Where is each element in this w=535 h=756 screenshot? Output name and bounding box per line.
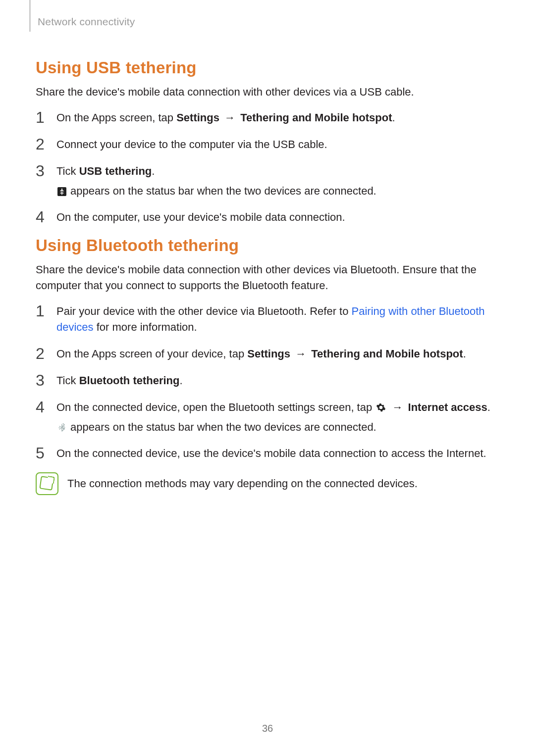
bt-step3-post: . [180,374,183,387]
usb-step1-pre: On the Apps screen, tap [56,111,176,124]
note: The connection methods may vary dependin… [36,472,499,495]
bt-step3-bold: Bluetooth tethering [79,374,180,387]
bt-step1-post: for more information. [94,321,197,333]
page-number: 36 [0,723,535,734]
usb-step1-arrow: → [219,111,240,124]
usb-steps: On the Apps screen, tap Settings → Tethe… [36,110,499,225]
bt-step4-pre: On the connected device, open the Blueto… [56,401,375,413]
usb-step3-post: . [152,165,155,177]
usb-heading: Using USB tethering [36,58,499,77]
usb-step-3: Tick USB tethering. appears on the statu… [36,163,499,199]
bt-step4-arrow: → [387,401,408,413]
bt-step-2: On the Apps screen of your device, tap S… [36,346,499,362]
bt-step2-bold1: Settings [247,348,290,360]
bt-step4-post: . [487,401,490,413]
bt-lead: Share the device's mobile data connectio… [36,262,499,294]
bt-step2-arrow: → [290,348,311,360]
bt-step2-pre: On the Apps screen of your device, tap [56,348,247,360]
bt-tether-icon [57,423,66,432]
bt-step-1: Pair your device with the other device v… [36,303,499,335]
page: Network connectivity Using USB tethering… [0,0,535,756]
usb-step-2: Connect your device to the computer via … [36,137,499,152]
page-content: Using USB tethering Share the device's m… [36,50,499,495]
usb-step-1: On the Apps screen, tap Settings → Tethe… [36,110,499,126]
bt-heading: Using Bluetooth tethering [36,236,499,255]
bt-step-5: On the connected device, use the device'… [36,446,499,461]
svg-point-2 [64,427,65,428]
usb-step1-bold2: Tethering and Mobile hotspot [240,111,392,124]
svg-point-1 [59,427,60,428]
bt-step2-bold2: Tethering and Mobile hotspot [311,348,463,360]
usb-step3-sub: appears on the status bar when the two d… [56,183,499,199]
bt-step-3: Tick Bluetooth tethering. [36,373,499,389]
usb-step1-bold1: Settings [176,111,219,124]
bt-step-4: On the connected device, open the Blueto… [36,400,499,435]
bt-step3-pre: Tick [56,374,79,387]
bt-step4-sub-text: appears on the status bar when the two d… [67,421,376,433]
usb-tether-icon [57,187,66,196]
usb-lead: Share the device's mobile data connectio… [36,84,499,100]
bt-step1-pre: Pair your device with the other device v… [56,305,352,317]
note-icon [36,472,58,495]
gear-icon [376,403,386,412]
usb-step3-bold: USB tethering [79,165,152,177]
bt-step4-sub: appears on the status bar when the two d… [56,419,499,435]
usb-step3-sub-text: appears on the status bar when the two d… [67,185,376,197]
note-text: The connection methods may vary dependin… [67,477,418,490]
usb-step-4: On the computer, use your device's mobil… [36,209,499,225]
bt-step2-post: . [463,348,466,360]
usb-step3-pre: Tick [56,165,79,177]
usb-step1-post: . [392,111,395,124]
header-rule [30,0,30,32]
bt-step4-bold: Internet access [408,401,487,413]
bt-steps: Pair your device with the other device v… [36,303,499,461]
section-label: Network connectivity [38,16,135,28]
